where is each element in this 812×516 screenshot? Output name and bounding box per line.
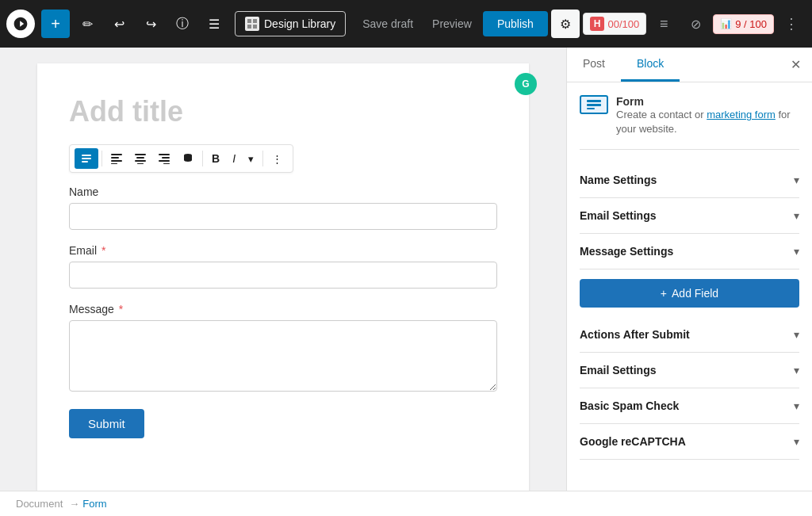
message-required-marker: * — [119, 303, 123, 315]
svg-rect-2 — [247, 25, 251, 29]
svg-rect-21 — [587, 104, 601, 106]
svg-rect-1 — [253, 19, 257, 23]
breadcrumb-form-link[interactable]: Form — [82, 498, 106, 510]
separator-2 — [202, 151, 203, 166]
accordion-name-settings-header[interactable]: Name Settings ▾ — [580, 162, 799, 197]
form-info: Form Create a contact or marketing form … — [616, 95, 799, 136]
name-label: Name — [69, 185, 497, 198]
spell-check-button[interactable]: ⊘ — [681, 10, 710, 38]
chevron-down-icon-2: ▾ — [794, 209, 799, 222]
database-button[interactable] — [177, 149, 199, 168]
publish-button[interactable]: Publish — [483, 11, 548, 36]
block-toolbar: B I ▾ ⋮ — [69, 144, 293, 173]
svg-rect-22 — [587, 108, 595, 109]
accordion-sections-upper: Name Settings ▾ Email Settings ▾ Message… — [580, 162, 799, 269]
editor-content: G Add title — [37, 63, 529, 491]
main-layout: G Add title — [0, 48, 812, 491]
more-options-button[interactable]: ⋮ — [777, 10, 806, 38]
accordion-message-settings-header[interactable]: Message Settings ▾ — [580, 234, 799, 269]
svg-rect-16 — [162, 157, 170, 159]
undo-button[interactable]: ↩ — [105, 10, 133, 38]
svg-rect-3 — [253, 25, 257, 29]
preview-button[interactable]: Preview — [424, 13, 480, 35]
name-input[interactable] — [69, 203, 497, 230]
editor-title[interactable]: Add title — [69, 95, 497, 128]
seo-h-badge: H — [590, 17, 605, 31]
accordion-message-settings: Message Settings ▾ — [580, 234, 799, 269]
block-type-button[interactable] — [75, 148, 98, 169]
readability-button[interactable]: ≡ — [649, 10, 678, 38]
align-right-button[interactable] — [153, 149, 175, 168]
accordion-name-settings: Name Settings ▾ — [580, 162, 799, 198]
settings-button[interactable]: ⚙ — [551, 10, 580, 38]
italic-button[interactable]: I — [227, 148, 241, 169]
save-draft-button[interactable]: Save draft — [354, 13, 421, 35]
add-field-button[interactable]: + Add Field — [580, 279, 799, 308]
message-textarea[interactable] — [69, 320, 497, 392]
align-center-button[interactable] — [129, 149, 151, 168]
plus-icon: + — [661, 287, 667, 300]
seo-score-badge[interactable]: H 00/100 — [583, 13, 646, 35]
form-block-description: Create a contact or marketing form for y… — [616, 108, 799, 136]
block-options-button[interactable]: ⋮ — [266, 149, 288, 169]
svg-rect-5 — [82, 158, 91, 159]
accordion-actions-after-submit: Actions After Submit ▾ — [580, 317, 799, 353]
editor-area: G Add title — [0, 48, 566, 491]
email-field-group: Email * — [69, 244, 497, 289]
tools-button[interactable]: ✏ — [73, 10, 102, 38]
email-input[interactable] — [69, 262, 497, 289]
svg-rect-11 — [135, 154, 146, 155]
accordion-basic-spam-check-header[interactable]: Basic Spam Check ▾ — [580, 388, 799, 423]
chevron-down-icon-3: ▾ — [794, 245, 799, 258]
tab-block[interactable]: Block — [621, 48, 680, 82]
align-left-button[interactable] — [105, 149, 128, 168]
breadcrumb-separator: → — [69, 498, 79, 510]
name-field-group: Name — [69, 185, 497, 230]
panel-body: Form Create a contact or marketing form … — [567, 82, 812, 491]
svg-rect-0 — [247, 19, 251, 23]
message-label: Message * — [69, 303, 497, 315]
message-field-group: Message * — [69, 303, 497, 395]
chevron-down-icon-7: ▾ — [794, 435, 799, 448]
svg-rect-12 — [136, 157, 144, 159]
chevron-down-icon: ▾ — [794, 174, 799, 186]
svg-rect-10 — [111, 163, 117, 164]
svg-rect-18 — [163, 163, 170, 164]
perf-score-badge[interactable]: 📊 9 / 100 — [713, 14, 774, 34]
list-view-button[interactable]: ☰ — [200, 10, 228, 38]
email-required-marker: * — [102, 244, 105, 257]
right-panel: Post Block ✕ Form Create a contact or ma… — [566, 48, 812, 491]
panel-close-button[interactable]: ✕ — [779, 51, 812, 78]
grammarly-badge: G — [515, 73, 537, 95]
svg-rect-20 — [587, 100, 601, 102]
svg-rect-7 — [111, 154, 122, 155]
bold-button[interactable]: B — [206, 148, 225, 169]
breadcrumb: Document → Form — [0, 491, 812, 516]
svg-rect-6 — [82, 161, 88, 162]
chevron-down-icon-5: ▾ — [794, 364, 799, 376]
wp-logo[interactable] — [6, 10, 35, 38]
panel-tabs: Post Block ✕ — [567, 48, 812, 82]
accordion-basic-spam-check: Basic Spam Check ▾ — [580, 388, 799, 424]
marketing-form-link[interactable]: marketing form — [707, 109, 776, 120]
info-button[interactable]: ⓘ — [168, 10, 197, 38]
separator-1 — [102, 151, 102, 166]
chevron-down-icon-4: ▾ — [794, 328, 799, 341]
separator-3 — [262, 151, 263, 166]
svg-rect-8 — [111, 157, 119, 159]
more-text-options-button[interactable]: ▾ — [243, 149, 259, 169]
add-block-toolbar-button[interactable]: + — [41, 10, 70, 38]
svg-rect-13 — [135, 160, 146, 162]
accordion-sections-lower: Actions After Submit ▾ Email Settings ▾ … — [580, 317, 799, 460]
accordion-email-settings-lower-header[interactable]: Email Settings ▾ — [580, 353, 799, 388]
accordion-email-settings-upper-header[interactable]: Email Settings ▾ — [580, 198, 799, 233]
svg-rect-17 — [159, 160, 170, 162]
svg-rect-14 — [137, 163, 144, 164]
design-library-button[interactable]: Design Library — [235, 11, 346, 36]
form-submit-button[interactable]: Submit — [69, 409, 144, 438]
accordion-recaptcha-header[interactable]: Google reCAPTCHA ▾ — [580, 424, 799, 459]
accordion-actions-after-submit-header[interactable]: Actions After Submit ▾ — [580, 317, 799, 352]
tab-post[interactable]: Post — [567, 48, 621, 82]
redo-button[interactable]: ↪ — [136, 10, 165, 38]
accordion-recaptcha: Google reCAPTCHA ▾ — [580, 424, 799, 460]
